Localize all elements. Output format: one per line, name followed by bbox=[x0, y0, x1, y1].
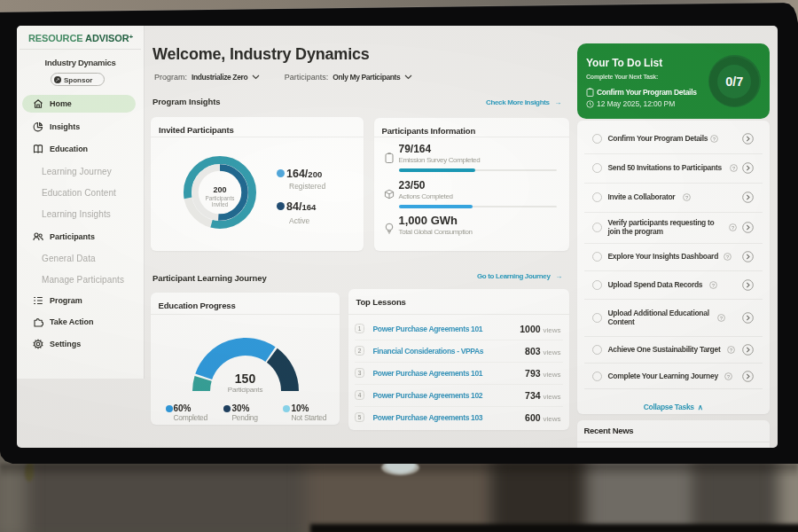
svg-text:?: ? bbox=[726, 373, 729, 379]
svg-text:?: ? bbox=[719, 315, 722, 320]
svg-text:?: ? bbox=[712, 136, 715, 141]
svg-text:?: ? bbox=[725, 254, 728, 260]
svg-text:?: ? bbox=[685, 194, 687, 200]
svg-text:?: ? bbox=[732, 165, 734, 170]
svg-text:?: ? bbox=[729, 347, 732, 352]
svg-text:?: ? bbox=[731, 224, 733, 230]
svg-text:?: ? bbox=[711, 282, 714, 287]
